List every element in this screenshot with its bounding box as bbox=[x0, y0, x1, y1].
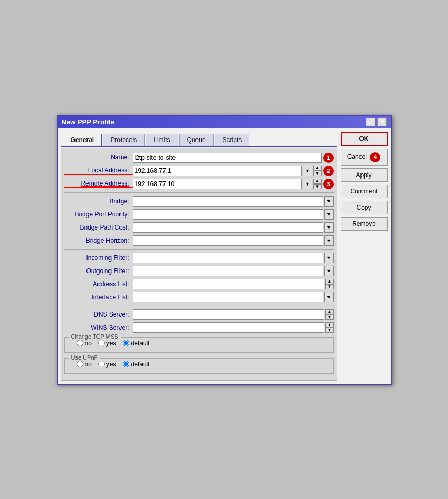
incoming-filter-dropdown[interactable]: ▼ bbox=[324, 253, 334, 263]
bridge-path-cost-input[interactable] bbox=[133, 222, 323, 233]
cancel-label: Cancel bbox=[347, 153, 367, 160]
tab-protocols[interactable]: Protocols bbox=[103, 134, 145, 146]
tcp-mss-radio-group: no yes default bbox=[69, 340, 329, 347]
bridge-port-priority-input[interactable] bbox=[133, 209, 323, 220]
separator-3 bbox=[64, 306, 334, 306]
remote-address-spin: ▲ ▼ bbox=[313, 179, 322, 189]
bridge-horizon-dropdown[interactable]: ▼ bbox=[324, 235, 334, 246]
address-list-down[interactable]: ▼ bbox=[325, 284, 334, 289]
dns-server-group: ▲ ▼ bbox=[133, 309, 334, 320]
bridge-port-priority-row: Bridge Port Priority: ▼ bbox=[64, 209, 334, 220]
bridge-path-cost-dropdown[interactable]: ▼ bbox=[324, 222, 334, 233]
incoming-filter-group: ▼ bbox=[133, 253, 334, 263]
remote-address-label: Remote Address: bbox=[64, 180, 133, 188]
local-address-down[interactable]: ▼ bbox=[313, 171, 322, 176]
tcp-mss-no: no bbox=[77, 340, 92, 347]
remote-address-down[interactable]: ▼ bbox=[313, 184, 322, 189]
comment-button[interactable]: Comment bbox=[341, 185, 388, 198]
upnp-no-radio[interactable] bbox=[77, 361, 83, 367]
badge-3: 3 bbox=[323, 179, 334, 189]
upnp-default-label: default bbox=[131, 361, 150, 368]
apply-button[interactable]: Apply bbox=[341, 168, 388, 182]
tcp-mss-yes-label: yes bbox=[106, 340, 116, 347]
name-input[interactable] bbox=[133, 153, 322, 163]
local-address-group: ▼ ▲ ▼ bbox=[133, 166, 322, 176]
tab-scripts[interactable]: Scripts bbox=[215, 134, 250, 146]
minimize-button[interactable]: □ bbox=[366, 118, 375, 126]
incoming-filter-input[interactable] bbox=[133, 253, 323, 263]
tcp-mss-title: Change TCP MSS bbox=[69, 333, 121, 340]
local-address-input[interactable] bbox=[133, 166, 302, 176]
dns-server-down[interactable]: ▼ bbox=[325, 314, 334, 320]
bridge-input[interactable] bbox=[133, 196, 323, 207]
title-bar-buttons: □ ✕ bbox=[366, 118, 387, 126]
wins-server-up[interactable]: ▲ bbox=[325, 322, 334, 328]
remote-address-dropdown[interactable]: ▼ bbox=[303, 179, 312, 189]
tcp-mss-default-radio[interactable] bbox=[123, 340, 129, 346]
interface-list-dropdown[interactable]: ▼ bbox=[324, 292, 334, 302]
bridge-horizon-row: Bridge Horizon: ▼ bbox=[64, 235, 334, 246]
remote-address-group: ▼ ▲ ▼ bbox=[133, 179, 322, 189]
local-address-row: Local Address: ▼ ▲ ▼ 2 bbox=[64, 166, 334, 176]
upnp-no-label: no bbox=[85, 361, 92, 368]
interface-list-label: Interface List: bbox=[64, 294, 133, 301]
title-bar: New PPP Profile □ ✕ bbox=[58, 116, 391, 128]
cancel-button[interactable]: Cancel 4 bbox=[341, 149, 388, 166]
bridge-label: Bridge: bbox=[64, 198, 133, 205]
bridge-horizon-input[interactable] bbox=[133, 235, 323, 246]
wins-server-row: WINS Server: ▲ ▼ bbox=[64, 322, 334, 333]
bridge-horizon-group: ▼ bbox=[133, 235, 334, 246]
incoming-filter-row: Incoming Filter: ▼ bbox=[64, 253, 334, 263]
copy-button[interactable]: Copy bbox=[341, 201, 388, 214]
upnp-no: no bbox=[77, 361, 92, 368]
bridge-port-priority-group: ▼ bbox=[133, 209, 334, 220]
local-address-up[interactable]: ▲ bbox=[313, 166, 322, 171]
outgoing-filter-row: Outgoing Filter: ▼ bbox=[64, 266, 334, 276]
address-list-up[interactable]: ▲ bbox=[325, 279, 334, 284]
bridge-horizon-label: Bridge Horizon: bbox=[64, 237, 133, 244]
bridge-dropdown[interactable]: ▼ bbox=[324, 196, 334, 207]
wins-server-down[interactable]: ▼ bbox=[325, 328, 334, 333]
dns-server-input[interactable] bbox=[133, 309, 324, 320]
ok-button[interactable]: OK bbox=[341, 132, 388, 146]
remove-button[interactable]: Remove bbox=[341, 217, 388, 231]
tcp-mss-default: default bbox=[123, 340, 150, 347]
interface-list-row: Interface List: ▼ bbox=[64, 292, 334, 302]
outgoing-filter-input[interactable] bbox=[133, 266, 323, 276]
tcp-mss-yes-radio[interactable] bbox=[98, 340, 105, 346]
upnp-group: Use UPnP no yes default bbox=[64, 358, 334, 374]
interface-list-input[interactable] bbox=[133, 292, 323, 302]
outgoing-filter-dropdown[interactable]: ▼ bbox=[324, 266, 334, 276]
wins-server-label: WINS Server: bbox=[64, 324, 133, 331]
wins-server-input[interactable] bbox=[133, 322, 324, 333]
address-list-input[interactable] bbox=[133, 279, 324, 289]
remote-address-up[interactable]: ▲ bbox=[313, 179, 322, 184]
bridge-path-cost-group: ▼ bbox=[133, 222, 334, 233]
dns-server-row: DNS Server: ▲ ▼ bbox=[64, 309, 334, 320]
incoming-filter-label: Incoming Filter: bbox=[64, 254, 133, 262]
address-list-spin: ▲ ▼ bbox=[325, 279, 334, 289]
local-address-dropdown[interactable]: ▼ bbox=[303, 166, 312, 176]
close-button[interactable]: ✕ bbox=[377, 118, 387, 126]
bridge-port-priority-dropdown[interactable]: ▼ bbox=[324, 209, 334, 220]
remote-address-input[interactable] bbox=[133, 179, 302, 189]
upnp-default-radio[interactable] bbox=[123, 361, 129, 367]
bridge-row: Bridge: ▼ bbox=[64, 196, 334, 207]
window-title: New PPP Profile bbox=[62, 118, 114, 126]
upnp-yes-radio[interactable] bbox=[98, 361, 105, 367]
wins-server-group: ▲ ▼ bbox=[133, 322, 334, 333]
tcp-mss-no-radio[interactable] bbox=[77, 340, 83, 346]
local-address-spin: ▲ ▼ bbox=[313, 166, 322, 176]
tab-bar: General Protocols Limits Queue Scripts bbox=[61, 132, 337, 147]
tab-general[interactable]: General bbox=[63, 134, 102, 146]
badge-4: 4 bbox=[370, 152, 380, 162]
dns-server-label: DNS Server: bbox=[64, 311, 133, 318]
name-label: Name: bbox=[64, 154, 133, 161]
upnp-yes: yes bbox=[98, 361, 116, 368]
bridge-group: ▼ bbox=[133, 196, 334, 207]
tab-queue[interactable]: Queue bbox=[179, 134, 214, 146]
bridge-port-priority-label: Bridge Port Priority: bbox=[64, 211, 133, 218]
tab-limits[interactable]: Limits bbox=[146, 134, 178, 146]
dns-server-up[interactable]: ▲ bbox=[325, 309, 334, 314]
separator-2 bbox=[64, 249, 334, 250]
